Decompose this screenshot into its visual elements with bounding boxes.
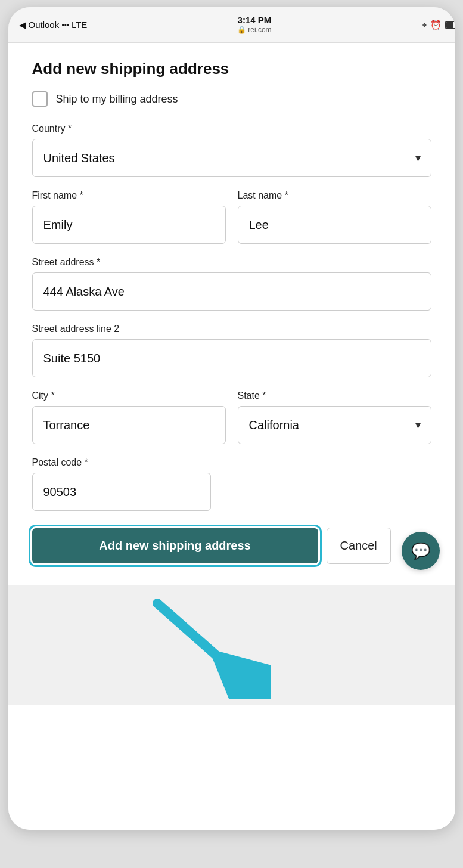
status-left: ◀ Outlook ▪▪▪ LTE [19,20,88,30]
billing-checkbox-label: Ship to my billing address [56,93,178,106]
content-area: Add new shipping address Ship to my bill… [8,43,455,830]
postal-code-field-group: Postal code * [32,457,431,511]
city-state-row: City * State * AlabamaAlaskaArizonaArkan… [32,390,431,457]
status-right: ⌖ ⏰ [422,20,455,30]
street-address-label: Street address * [32,257,431,268]
chat-icon: 💬 [411,542,430,560]
country-select-wrapper: United States Canada Mexico ▾ [32,139,431,177]
url-bar: 🔒 rei.com [237,26,271,35]
button-row: Add new shipping address Cancel 💬 [32,528,431,564]
last-name-input[interactable] [238,206,431,244]
status-bar: ◀ Outlook ▪▪▪ LTE 3:14 PM 🔒 rei.com ⌖ ⏰ [8,7,455,43]
name-row: First name * Last name * [32,190,431,257]
last-name-label: Last name * [238,190,431,201]
alarm-icon: ⏰ [430,20,442,30]
chat-button[interactable]: 💬 [402,532,440,570]
cancel-button[interactable]: Cancel [327,528,391,564]
signal-bars: ▪▪▪ [61,21,69,29]
svg-line-1 [157,603,259,693]
url-text: rei.com [248,26,271,35]
billing-checkbox[interactable] [32,91,48,107]
street-address-field-group: Street address * [32,257,431,311]
street-address-input[interactable] [32,272,431,311]
country-label: Country * [32,123,431,134]
carrier-name: Outlook [29,20,60,30]
city-label: City * [32,390,226,401]
network-type: LTE [72,20,87,30]
location-icon: ⌖ [422,20,427,30]
country-field-group: Country * United States Canada Mexico ▾ [32,123,431,177]
city-input[interactable] [32,406,226,444]
street-address2-field-group: Street address line 2 [32,324,431,377]
back-icon: ◀ [19,20,26,30]
country-select[interactable]: United States Canada Mexico [32,139,431,177]
city-field-group: City * [32,390,226,444]
state-select[interactable]: AlabamaAlaskaArizonaArkansasCaliforniaCo… [238,406,431,444]
battery-icon [445,21,455,29]
state-label: State * [238,390,431,401]
annotation-arrow [139,585,271,699]
annotation-area [8,585,455,705]
last-name-field-group: Last name * [238,190,431,244]
state-select-wrapper: AlabamaAlaskaArizonaArkansasCaliforniaCo… [238,406,431,444]
postal-code-label: Postal code * [32,457,431,468]
first-name-input[interactable] [32,206,226,244]
street-address2-input[interactable] [32,339,431,377]
add-shipping-address-button[interactable]: Add new shipping address [32,528,318,563]
first-name-label: First name * [32,190,226,201]
street-address2-label: Street address line 2 [32,324,431,334]
lock-icon: 🔒 [237,26,246,35]
billing-checkbox-row[interactable]: Ship to my billing address [32,91,431,107]
form-container: Add new shipping address Ship to my bill… [8,43,455,585]
status-center: 3:14 PM 🔒 rei.com [237,14,271,35]
phone-frame: ◀ Outlook ▪▪▪ LTE 3:14 PM 🔒 rei.com ⌖ ⏰ … [8,7,455,830]
form-title: Add new shipping address [32,60,431,78]
time-display: 3:14 PM [238,14,272,26]
state-field-group: State * AlabamaAlaskaArizonaArkansasCali… [238,390,431,444]
postal-code-input[interactable] [32,473,211,511]
first-name-field-group: First name * [32,190,226,244]
